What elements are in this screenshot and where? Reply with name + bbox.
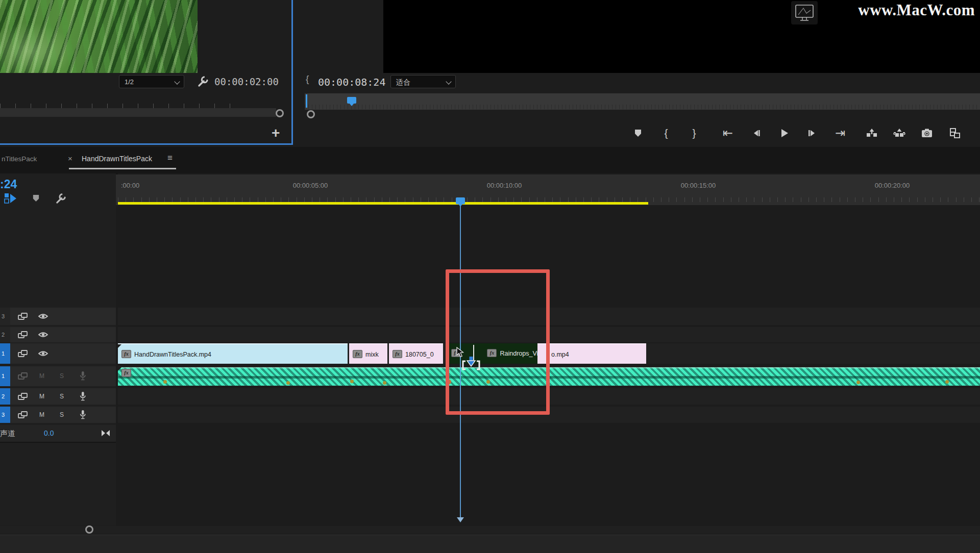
clip-label-part2: o.mp4 — [551, 351, 569, 358]
source-monitor-video — [0, 0, 198, 73]
go-to-out-icon[interactable]: ⇥ — [833, 126, 847, 140]
timeline-playhead-head[interactable] — [456, 197, 465, 204]
track-target-v1[interactable]: 1 — [0, 343, 10, 364]
track-target-a3[interactable]: 3 — [0, 407, 10, 423]
marker-icon[interactable] — [631, 126, 645, 140]
track-target-v3[interactable]: 3 — [0, 308, 10, 325]
ruler-label: 00:00:10:00 — [487, 182, 522, 189]
source-ruler-ticks[interactable] — [0, 104, 240, 108]
timeline-tab-bar: nTitlesPack × HandDrawnTitlesPack ≡ — [0, 147, 980, 173]
export-frame-camera-icon[interactable] — [920, 126, 934, 140]
mark-in-icon[interactable]: { — [659, 126, 673, 140]
mic-icon[interactable] — [78, 391, 87, 401]
ruler-minor-ticks — [118, 197, 980, 202]
lift-icon[interactable] — [865, 126, 879, 140]
audio-keyframe-dot[interactable] — [383, 381, 386, 385]
audio-master-row: 声道 0.0 — [0, 425, 116, 443]
add-button[interactable]: + — [272, 125, 280, 141]
mic-icon[interactable] — [78, 410, 87, 420]
bowtie-fit-icon[interactable] — [101, 429, 111, 437]
audio-keyframe-dot[interactable] — [856, 381, 860, 384]
sync-lock-icon[interactable] — [17, 392, 29, 401]
premiere-pro-window: 1/2 00:00:02:00 + www.MacW.com { 00:00:0… — [0, 0, 980, 553]
clip-180705[interactable]: fx180705_0 — [389, 343, 443, 364]
program-monitor-video: www.MacW.com — [383, 0, 980, 73]
play-icon[interactable] — [777, 126, 791, 140]
audio-keyframe-dot[interactable] — [286, 381, 290, 385]
master-volume-value[interactable]: 0.0 — [44, 425, 54, 442]
ruler-label: 00:00:05:00 — [293, 182, 328, 189]
tab-close-icon[interactable]: × — [68, 154, 72, 163]
program-scroll-handle[interactable] — [307, 110, 315, 118]
solo-button[interactable]: S — [60, 366, 64, 386]
audio-keyframe-dot[interactable] — [163, 380, 167, 384]
extract-icon[interactable] — [892, 126, 906, 140]
step-back-icon[interactable] — [749, 126, 763, 140]
track-target-v2[interactable]: 2 — [0, 327, 10, 342]
tab-sequence-active[interactable]: HandDrawnTitlesPack — [82, 155, 152, 163]
source-patching-icon[interactable] — [4, 193, 17, 204]
scroll-start-handle[interactable] — [306, 94, 307, 108]
timeline-ruler[interactable]: :00:00 00:00:05:00 00:00:10:00 00:00:15:… — [116, 174, 980, 205]
clip-corner-notch — [118, 367, 121, 371]
go-to-in-icon[interactable]: ⇤ — [721, 126, 735, 140]
timeline-timecode-partial[interactable]: :24 — [0, 178, 17, 191]
timeline-wrench-icon[interactable] — [55, 192, 67, 204]
mute-button[interactable]: M — [39, 407, 44, 423]
clip-corner-notch — [118, 344, 121, 348]
timecode-brace-icon: { — [306, 73, 309, 85]
program-playhead-marker[interactable] — [347, 97, 356, 104]
mic-icon[interactable] — [78, 371, 87, 381]
panel-menu-icon[interactable]: ≡ — [167, 153, 173, 163]
sync-lock-icon[interactable] — [17, 349, 29, 358]
audio-keyframe-dot[interactable] — [945, 380, 949, 384]
mute-button[interactable]: M — [39, 366, 44, 386]
source-timecode: 00:00:02:00 — [214, 76, 279, 87]
timeline-header-panel: :24 3 2 1 1 M — [0, 173, 116, 525]
focused-panel-border — [291, 0, 293, 145]
timeline-horizontal-scrollbar[interactable] — [0, 526, 980, 534]
clip-raindrops-tail[interactable]: o.mp4 — [537, 343, 646, 364]
track-output-eye-icon[interactable] — [38, 312, 48, 321]
macw-logo-icon — [791, 1, 818, 24]
track-target-a1[interactable]: 1 — [0, 366, 10, 386]
track-header-a2: 2 M S — [0, 388, 116, 405]
settings-wrench-icon[interactable] — [197, 75, 209, 87]
clip-mixk[interactable]: fxmixk — [349, 343, 387, 364]
sync-lock-icon[interactable] — [17, 410, 29, 419]
comparison-view-icon[interactable] — [947, 126, 962, 140]
track-target-a2[interactable]: 2 — [0, 388, 10, 405]
fit-zoom-select[interactable]: 适合 — [390, 75, 456, 88]
sync-lock-icon[interactable] — [17, 312, 29, 321]
source-scroll-handle[interactable] — [276, 109, 284, 117]
program-scrub-ruler[interactable] — [305, 93, 980, 110]
master-channel-label: 声道 — [0, 425, 15, 442]
focused-panel-border-bottom — [0, 143, 293, 145]
tab-sequence-partial[interactable]: nTitlesPack — [2, 155, 37, 163]
mark-out-icon[interactable]: } — [687, 126, 701, 140]
marker-flag-icon[interactable] — [32, 194, 40, 203]
work-area-bar[interactable] — [118, 202, 648, 205]
program-timecode[interactable]: 00:00:08:24 — [318, 76, 385, 88]
ruler-label: 00:00:15:00 — [681, 182, 716, 189]
playback-resolution-value: 1/2 — [125, 78, 134, 86]
track-output-eye-icon[interactable] — [38, 349, 48, 358]
chevron-down-icon — [446, 79, 451, 84]
ruler-label: :00:00 — [121, 182, 139, 189]
mute-button[interactable]: M — [39, 388, 44, 405]
track-header-v1: 1 — [0, 343, 116, 364]
solo-button[interactable]: S — [60, 388, 64, 405]
sync-lock-icon[interactable] — [17, 330, 29, 339]
step-forward-icon[interactable] — [805, 126, 819, 140]
active-tab-underline — [69, 168, 176, 169]
source-scrub-track[interactable] — [0, 108, 276, 117]
solo-button[interactable]: S — [60, 407, 64, 423]
timeline-zoom-handle[interactable] — [85, 525, 93, 534]
clip-handdrawntitlespack[interactable]: fxHandDrawnTitlesPack.mp4 — [118, 343, 348, 364]
ruler-minor-ticks — [305, 105, 980, 109]
overwrite-drop-cursor-icon — [461, 356, 481, 371]
track-output-eye-icon[interactable] — [38, 330, 48, 339]
audio-keyframe-dot[interactable] — [350, 380, 354, 383]
sync-lock-icon[interactable] — [17, 371, 29, 381]
playback-resolution-select[interactable]: 1/2 — [119, 75, 184, 88]
